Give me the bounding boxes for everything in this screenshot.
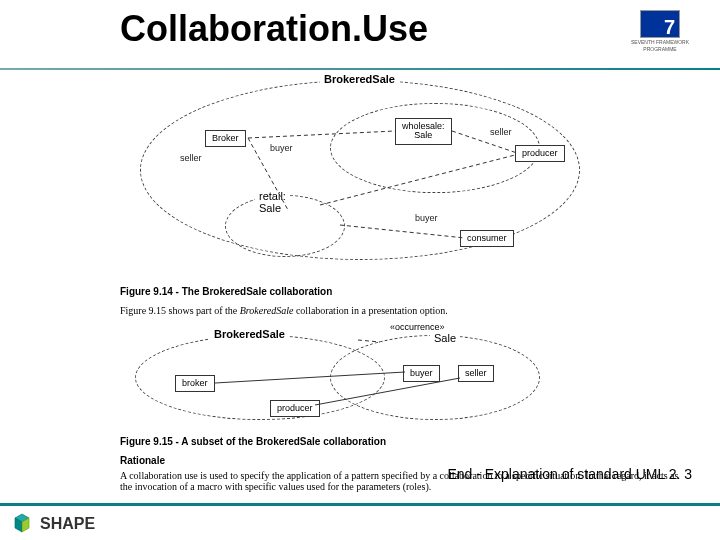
use-wholesale-ellipse	[330, 103, 540, 193]
occurrence-stereotype: «occurrence»	[390, 322, 445, 332]
part-consumer: consumer	[460, 230, 514, 247]
use-sale-label: Sale	[430, 332, 460, 344]
figure-caption-2: Figure 9.15 - A subset of the BrokeredSa…	[120, 436, 680, 447]
role-buyer-1: buyer	[270, 143, 293, 153]
slide: Collaboration.Use SEVENTH FRAMEWORK PROG…	[0, 0, 720, 540]
role-buyer-2: buyer	[415, 213, 438, 223]
shape-logo: SHAPE	[8, 512, 95, 536]
rationale-heading: Rationale	[120, 455, 680, 466]
part-producer: producer	[515, 145, 565, 162]
fp7-flag-icon	[640, 10, 680, 38]
role-seller-2: seller	[490, 127, 512, 137]
part-buyer-2: buyer	[403, 365, 440, 382]
subset-collab-name: BrokeredSale	[210, 328, 289, 340]
page-title: Collaboration.Use	[120, 8, 428, 50]
para1-post: collaboration in a presentation option.	[293, 305, 447, 316]
collaboration-name: BrokeredSale	[320, 73, 399, 85]
end-note: End - Explanation of standard UML 2. 3	[447, 466, 692, 482]
diagram-brokered-sale: BrokeredSale wholesale: Sale retail: Sal…	[120, 75, 660, 280]
role-seller-1: seller	[180, 153, 202, 163]
fp7-caption-2: PROGRAMME	[630, 47, 690, 52]
figure-caption-1: Figure 9.14 - The BrokeredSale collabora…	[120, 286, 680, 297]
part-producer-2: producer	[270, 400, 320, 417]
part-seller-2: seller	[458, 365, 494, 382]
shape-cube-icon	[8, 512, 36, 536]
part-broker-2: broker	[175, 375, 215, 392]
paragraph-1: Figure 9.15 shows part of the BrokeredSa…	[120, 305, 680, 316]
fp7-logo: SEVENTH FRAMEWORK PROGRAMME	[630, 10, 690, 64]
fp7-caption-1: SEVENTH FRAMEWORK	[630, 40, 690, 45]
footer-separator	[0, 503, 720, 506]
shape-logo-text: SHAPE	[40, 515, 95, 533]
header-separator	[0, 68, 720, 70]
diagram-subset: BrokeredSale «occurrence» Sale broker pr…	[120, 320, 660, 430]
content-area: BrokeredSale wholesale: Sale retail: Sal…	[120, 75, 680, 495]
part-broker: Broker	[205, 130, 246, 147]
use-retail-label: retail: Sale	[255, 190, 290, 214]
use-wholesale-box: wholesale: Sale	[395, 118, 452, 145]
para1-pre: Figure 9.15 shows part of the	[120, 305, 240, 316]
para1-em: BrokeredSale	[240, 305, 294, 316]
